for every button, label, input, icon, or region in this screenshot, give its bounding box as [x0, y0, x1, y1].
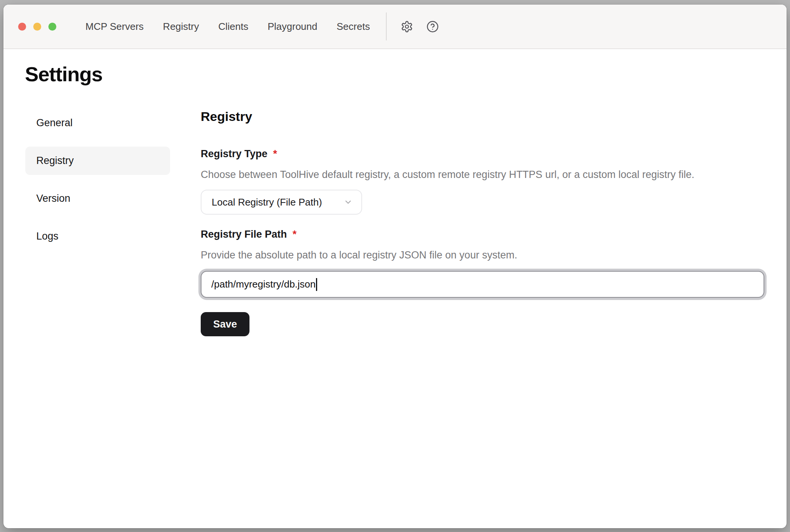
close-button[interactable] — [18, 23, 26, 31]
settings-body: General Registry Version Logs Registry R… — [3, 109, 787, 336]
text-cursor — [316, 278, 317, 291]
registry-file-path-value: /path/myregistry/db.json — [211, 278, 316, 290]
nav-registry[interactable]: Registry — [163, 21, 199, 32]
nav-clients[interactable]: Clients — [218, 21, 248, 32]
page-title: Settings — [25, 62, 787, 86]
titlebar: MCP Servers Registry Clients Playground … — [3, 5, 787, 49]
sidebar-item-registry[interactable]: Registry — [25, 147, 170, 175]
nav-playground[interactable]: Playground — [268, 21, 318, 32]
save-button[interactable]: Save — [201, 312, 249, 336]
settings-button[interactable] — [400, 19, 415, 34]
settings-panel: Registry Registry Type * Choose between … — [201, 109, 764, 336]
nav-mcp-servers[interactable]: MCP Servers — [85, 21, 144, 32]
nav-secrets[interactable]: Secrets — [337, 21, 370, 32]
sidebar-item-general[interactable]: General — [25, 109, 170, 137]
titlebar-divider — [386, 12, 387, 40]
zoom-button[interactable] — [48, 23, 56, 31]
registry-type-label: Registry Type * — [201, 148, 764, 160]
registry-file-path-label: Registry File Path * — [201, 228, 764, 240]
help-button[interactable] — [425, 19, 440, 34]
registry-type-selected-value: Local Registry (File Path) — [212, 196, 322, 208]
help-circle-icon — [426, 20, 439, 33]
registry-file-path-input[interactable]: /path/myregistry/db.json — [201, 271, 764, 298]
registry-type-select[interactable]: Local Registry (File Path) — [201, 190, 362, 215]
sidebar-item-version[interactable]: Version — [25, 184, 170, 213]
required-asterisk: * — [273, 148, 277, 160]
sidebar-item-logs[interactable]: Logs — [25, 222, 170, 251]
gear-icon — [401, 20, 413, 33]
required-asterisk: * — [293, 228, 297, 240]
top-navigation: MCP Servers Registry Clients Playground … — [85, 21, 370, 32]
registry-type-label-text: Registry Type — [201, 148, 268, 160]
chevron-down-icon — [344, 198, 353, 207]
registry-file-path-label-text: Registry File Path — [201, 228, 287, 240]
section-title: Registry — [201, 109, 764, 124]
registry-type-description: Choose between ToolHive default registry… — [201, 169, 764, 181]
registry-file-path-description: Provide the absolute path to a local reg… — [201, 249, 764, 261]
settings-sidebar: General Registry Version Logs — [25, 109, 170, 336]
app-window: MCP Servers Registry Clients Playground … — [3, 5, 787, 528]
minimize-button[interactable] — [33, 23, 41, 31]
window-controls — [18, 23, 56, 31]
